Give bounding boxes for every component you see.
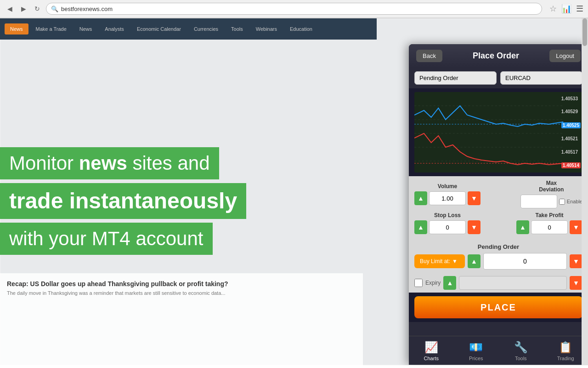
hero-line-3: with your MT4 account — [0, 223, 213, 255]
tools-icon: 🔧 — [514, 341, 528, 354]
charts-label: Charts — [424, 356, 439, 361]
price-2: 1.40529 — [561, 109, 581, 114]
mobile-app: Back Place Order Logout Pending Order Ma… — [409, 44, 588, 365]
tools-label: Tools — [515, 356, 527, 361]
pending-order-row: Buy Limit at: ▼ ▲ ▼ — [414, 253, 582, 270]
menu-icon[interactable]: ☰ — [576, 4, 583, 14]
nav-tools[interactable]: 🔧 Tools — [498, 336, 543, 365]
app-logout-button[interactable]: Logout — [549, 50, 581, 62]
volume-input[interactable] — [429, 191, 466, 205]
nav-prices[interactable]: 💶 Prices — [454, 336, 499, 365]
volume-up-button[interactable]: ▲ — [414, 191, 427, 205]
trading-label: Trading — [557, 356, 574, 361]
hero-line-2: trade instantaneously — [0, 183, 246, 219]
currency-pair-dropdown[interactable]: EURCAD EURUSD GBPUSD — [500, 71, 582, 85]
enable-label: Enable — [567, 199, 582, 204]
scrollbar[interactable] — [582, 18, 588, 365]
price-6-highlight: 1.40514 — [561, 162, 581, 168]
place-order-button[interactable]: PLACE — [414, 296, 582, 318]
nav-item-currencies[interactable]: Currencies — [188, 23, 224, 34]
stoploss-up-button[interactable]: ▲ — [414, 220, 427, 234]
chart-area: 1.40533 1.40529 1.40525 1.40521 1.40517 … — [414, 92, 582, 172]
order-type-button[interactable]: Buy Limit at: ▼ — [414, 254, 465, 268]
prices-label: Prices — [469, 356, 483, 361]
nav-item-news[interactable]: News — [5, 23, 28, 34]
volume-label: Volume — [429, 183, 466, 190]
order-type-label: Buy Limit at: — [420, 258, 450, 264]
stoploss-down-button[interactable]: ▼ — [468, 220, 481, 234]
stoploss-takeprofit-row: Stop Loss ▲ ▼ Take Profit ▲ ▼ — [414, 212, 582, 234]
order-type-dropdown[interactable]: Pending Order Market Order — [414, 71, 497, 85]
nav-item-webinars[interactable]: Webinars — [250, 23, 283, 34]
expiry-down-button[interactable]: ▼ — [570, 276, 582, 290]
charts-icon: 📈 — [424, 341, 438, 354]
price-5: 1.40517 — [561, 150, 581, 155]
hero-section: Monitor news sites and trade instantaneo… — [0, 147, 363, 257]
take-profit-label: Take Profit — [531, 212, 568, 218]
take-profit-input[interactable] — [531, 220, 568, 234]
pending-value-input[interactable] — [483, 253, 567, 270]
volume-maxdev-section: Volume ▲ ▼ Max Deviation Enable — [409, 176, 588, 242]
stop-loss-label: Stop Loss — [429, 212, 466, 218]
app-back-button[interactable]: Back — [416, 50, 442, 62]
back-button[interactable]: ◀ — [5, 4, 15, 14]
nav-item-education[interactable]: Education — [284, 23, 318, 34]
pending-down-button[interactable]: ▼ — [570, 254, 582, 268]
expiry-label: Expiry — [425, 280, 441, 286]
browser-icons: ☆ 📊 ☰ — [549, 4, 583, 14]
news-section: Recap: US Dollar goes up ahead Thanksgiv… — [0, 273, 363, 365]
nav-charts[interactable]: 📈 Charts — [409, 336, 454, 365]
chart-icon[interactable]: 📊 — [561, 4, 571, 14]
page-area: News Make a Trade News Analysts Economic… — [0, 18, 588, 365]
expiry-checkbox[interactable] — [414, 279, 423, 287]
take-profit-controls: ▲ ▼ — [516, 220, 582, 234]
site-navigation: News Make a Trade News Analysts Economic… — [0, 18, 377, 40]
browser-toolbar: ◀ ▶ ↻ 🔍 bestforexnews.com ☆ 📊 ☰ — [0, 0, 588, 18]
price-chart — [414, 92, 582, 172]
app-title: Place Order — [473, 51, 519, 61]
scrollbar-thumb[interactable] — [582, 18, 587, 46]
volume-row: Volume ▲ ▼ Max Deviation Enable — [414, 180, 582, 208]
app-bottom-navigation: 📈 Charts 💶 Prices 🔧 Tools 📋 Trading — [409, 336, 588, 365]
svg-rect-0 — [414, 92, 582, 172]
nav-item-make-trade[interactable]: Make a Trade — [30, 23, 72, 34]
expiry-row: Expiry ▲ ▼ — [409, 273, 588, 293]
browser-chrome: ◀ ▶ ↻ 🔍 bestforexnews.com ☆ 📊 ☰ — [0, 0, 588, 18]
expiry-input[interactable] — [459, 276, 567, 290]
reload-button[interactable]: ↻ — [32, 4, 42, 14]
nav-item-calendar[interactable]: Economic Calendar — [131, 23, 187, 34]
takeprofit-up-button[interactable]: ▲ — [516, 220, 529, 234]
pending-order-title: Pending Order — [414, 243, 582, 250]
enable-checkbox[interactable] — [559, 199, 565, 205]
trading-icon: 📋 — [559, 341, 572, 354]
expiry-up-button[interactable]: ▲ — [443, 276, 456, 290]
app-header: Back Place Order Logout — [409, 44, 588, 68]
pending-up-button[interactable]: ▲ — [468, 254, 481, 268]
star-icon[interactable]: ☆ — [549, 4, 557, 14]
price-labels: 1.40533 1.40529 1.40525 1.40521 1.40517 … — [561, 92, 581, 172]
stop-loss-controls: ▲ ▼ — [414, 220, 481, 234]
volume-controls: ▲ ▼ — [414, 191, 481, 205]
address-bar[interactable]: 🔍 bestforexnews.com — [46, 3, 542, 15]
news-title: Recap: US Dollar goes up ahead Thanksgiv… — [7, 280, 356, 288]
pending-order-section: Pending Order Buy Limit at: ▼ ▲ ▼ — [409, 242, 588, 273]
price-1: 1.40533 — [561, 96, 581, 101]
price-4: 1.40521 — [561, 136, 581, 141]
price-3-highlight: 1.40525 — [561, 122, 581, 128]
order-type-chevron: ▼ — [452, 258, 458, 264]
stop-loss-input[interactable] — [429, 220, 466, 234]
enable-checkbox-group: Enable — [559, 199, 582, 205]
max-dev-label: Max Deviation — [533, 180, 570, 193]
hero-line-1: Monitor news sites and — [0, 147, 219, 179]
volume-down-button[interactable]: ▼ — [468, 191, 481, 205]
max-deviation-input[interactable] — [520, 195, 557, 208]
prices-icon: 💶 — [469, 341, 483, 354]
nav-item-analysts[interactable]: Analysts — [99, 23, 130, 34]
forward-button[interactable]: ▶ — [18, 4, 28, 14]
nav-item-tools[interactable]: Tools — [226, 23, 249, 34]
news-snippet: The daily move in Thanksgiving was a rem… — [7, 290, 356, 296]
takeprofit-down-button[interactable]: ▼ — [570, 220, 582, 234]
url-text: bestforexnews.com — [61, 6, 113, 12]
nav-item-news2[interactable]: News — [74, 23, 98, 34]
app-spacer — [409, 322, 588, 336]
